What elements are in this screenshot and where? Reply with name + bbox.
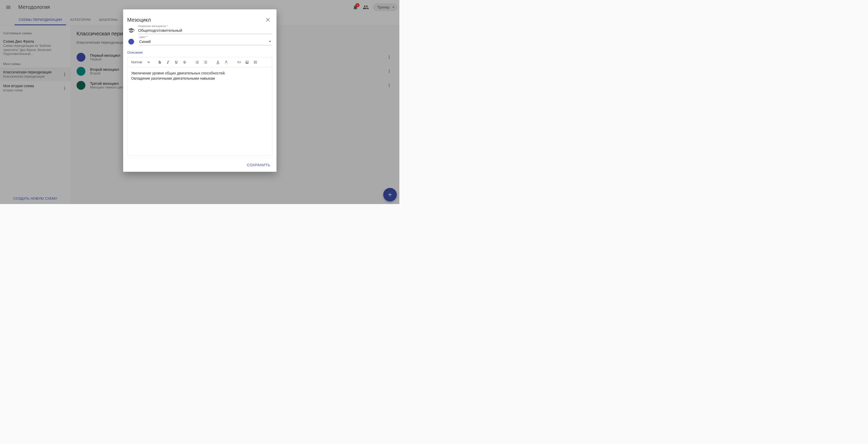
- strikethrough-icon: [183, 60, 187, 64]
- bold-button[interactable]: [156, 59, 163, 66]
- save-button[interactable]: СОХРАНИТЬ: [245, 161, 273, 169]
- link-icon: [237, 60, 241, 64]
- image-button[interactable]: [244, 59, 250, 66]
- video-button[interactable]: [252, 59, 259, 66]
- underline-icon: [174, 60, 178, 64]
- editor-toolbar: Normal: [128, 57, 272, 67]
- mesocycle-dialog: Мезоцикл Название мезоцикла * Цвет *: [123, 9, 277, 172]
- modal-overlay[interactable]: Мезоцикл Название мезоцикла * Цвет *: [0, 0, 399, 204]
- ordered-list-button[interactable]: [194, 59, 200, 66]
- rich-editor: Normal: [127, 57, 272, 156]
- graduation-cap-icon: [127, 27, 135, 34]
- text-color-icon: [216, 60, 220, 64]
- dialog-title: Мезоцикл: [127, 17, 264, 23]
- description-label: Описание: [127, 49, 272, 57]
- italic-button[interactable]: [164, 59, 171, 66]
- highlight-icon: [224, 60, 228, 64]
- editor-line: Овладение различными двигательными навык…: [131, 76, 269, 81]
- list-bullet-icon: [203, 60, 208, 64]
- color-preview-swatch: [128, 39, 134, 44]
- image-icon: [245, 60, 249, 64]
- name-field-label: Название мезоцикла *: [138, 25, 168, 28]
- bold-icon: [157, 60, 162, 64]
- text-color-button[interactable]: [215, 59, 221, 66]
- close-button[interactable]: [264, 15, 273, 25]
- format-select[interactable]: Normal: [130, 59, 151, 65]
- color-select[interactable]: Синий: [139, 38, 272, 45]
- name-input[interactable]: [138, 27, 272, 34]
- italic-icon: [166, 60, 170, 64]
- color-field-label: Цвет *: [139, 35, 148, 38]
- link-button[interactable]: [235, 59, 242, 66]
- editor-body[interactable]: Увеличение уровня общих двигательных спо…: [128, 67, 272, 156]
- underline-button[interactable]: [173, 59, 180, 66]
- strike-button[interactable]: [181, 59, 188, 66]
- svg-rect-0: [225, 63, 227, 64]
- color-value: Синий: [139, 39, 151, 44]
- editor-line: Увеличение уровня общих двигательных спо…: [131, 71, 269, 76]
- close-icon: [265, 17, 271, 23]
- video-icon: [253, 60, 257, 64]
- highlight-button[interactable]: [223, 59, 229, 66]
- list-ordered-icon: [195, 60, 199, 64]
- unordered-list-button[interactable]: [202, 59, 209, 66]
- dropdown-icon: [268, 39, 272, 44]
